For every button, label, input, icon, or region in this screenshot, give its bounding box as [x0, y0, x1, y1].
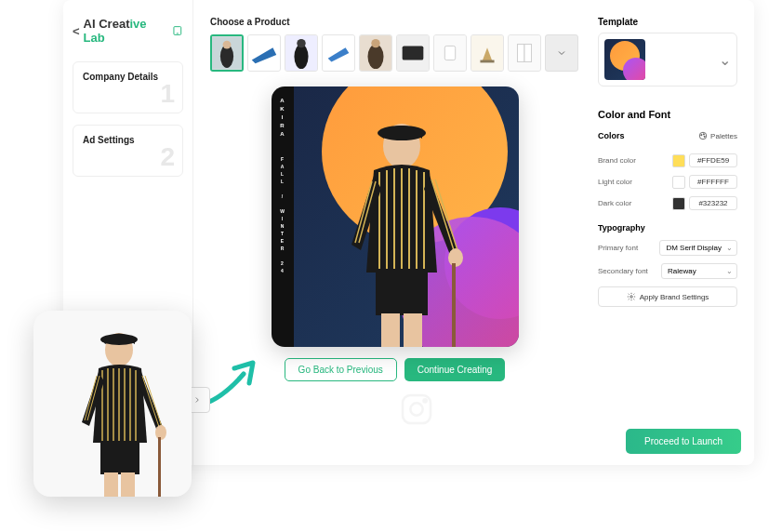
- light-color-swatch[interactable]: [672, 176, 685, 189]
- svg-rect-39: [100, 441, 139, 474]
- chevron-down-icon: ⌄: [726, 267, 733, 275]
- svg-point-38: [100, 334, 138, 345]
- product-thumb-3[interactable]: [285, 34, 318, 72]
- dark-color-value[interactable]: #323232: [689, 196, 737, 210]
- svg-point-31: [703, 134, 704, 135]
- preview-model-illustration: [312, 105, 480, 347]
- brand-color-row: Brand color #FFDE59: [598, 153, 737, 167]
- more-products-button[interactable]: [545, 34, 578, 72]
- spine-tagline: FALL / WINTER 24: [280, 156, 285, 275]
- main-area: Choose a Product AKIRA FALL / WINTER 2: [193, 0, 754, 465]
- product-thumb-8[interactable]: [471, 34, 504, 72]
- svg-rect-16: [444, 46, 455, 60]
- step-ad-settings[interactable]: Ad Settings 2: [73, 125, 183, 177]
- svg-point-30: [701, 135, 702, 136]
- choose-product-label: Choose a Product: [210, 17, 579, 27]
- palette-icon: [698, 131, 708, 140]
- svg-rect-14: [403, 46, 424, 60]
- svg-point-11: [368, 45, 384, 69]
- svg-rect-28: [404, 313, 422, 347]
- svg-rect-18: [480, 60, 494, 63]
- svg-point-36: [424, 399, 427, 402]
- product-thumb-9[interactable]: [508, 34, 541, 72]
- colors-label: Colors: [598, 131, 625, 140]
- template-selector[interactable]: ⌄: [598, 33, 737, 86]
- product-thumb-5[interactable]: [359, 34, 392, 72]
- template-thumb: [604, 39, 645, 80]
- primary-font-row: Primary font DM Serif Display⌄: [598, 240, 737, 256]
- go-back-button[interactable]: Go Back to Previous: [285, 358, 397, 381]
- color-font-title: Color and Font: [598, 109, 737, 120]
- svg-point-23: [378, 126, 426, 140]
- svg-rect-27: [381, 313, 400, 347]
- product-thumb-7[interactable]: [433, 34, 467, 72]
- product-strip: [210, 34, 579, 72]
- svg-rect-42: [104, 472, 118, 497]
- typography-label: Typography: [598, 223, 737, 233]
- palettes-button[interactable]: Palettes: [698, 131, 737, 140]
- tablet-icon: [172, 25, 183, 36]
- product-thumb-6[interactable]: [396, 34, 430, 72]
- svg-rect-20: [517, 45, 524, 62]
- apply-brand-button[interactable]: Apply Brand Settings: [598, 286, 737, 307]
- preview-card: AKIRA FALL / WINTER 24: [272, 86, 519, 347]
- svg-rect-43: [121, 472, 135, 497]
- svg-point-12: [371, 39, 379, 47]
- chevron-down-icon: ⌄: [719, 51, 731, 69]
- chevron-down-icon: ⌄: [726, 244, 733, 252]
- brand-header[interactable]: < AI Creative Lab: [73, 17, 183, 45]
- svg-point-29: [699, 132, 707, 140]
- product-thumb-4[interactable]: [322, 34, 355, 72]
- spine-brand: AKIRA: [280, 98, 285, 140]
- action-row: Go Back to Previous Continue Creating: [210, 358, 579, 381]
- product-thumb-1[interactable]: [210, 34, 244, 72]
- svg-rect-41: [158, 437, 161, 497]
- dark-color-row: Dark color #323232: [598, 196, 737, 210]
- svg-point-32: [704, 136, 705, 137]
- product-thumb-2[interactable]: [247, 34, 281, 72]
- svg-point-7: [294, 45, 308, 69]
- primary-font-select[interactable]: DM Serif Display⌄: [659, 240, 737, 256]
- continue-button[interactable]: Continue Creating: [404, 358, 506, 381]
- chevron-down-icon: [556, 47, 567, 59]
- chevron-right-icon: [192, 395, 202, 405]
- preview-spine: AKIRA FALL / WINTER 24: [272, 86, 294, 347]
- instagram-watermark-icon: [398, 391, 435, 428]
- proceed-to-launch-button[interactable]: Proceed to Launch: [626, 429, 741, 454]
- right-column: Template ⌄ Color and Font Colors Palette…: [598, 17, 737, 454]
- svg-point-33: [630, 296, 632, 299]
- step-company-details[interactable]: Company Details 1: [73, 61, 183, 113]
- template-label: Template: [598, 17, 737, 27]
- light-color-value[interactable]: #FFFFFF: [689, 175, 737, 189]
- gear-icon: [627, 292, 636, 301]
- center-column: Choose a Product AKIRA FALL / WINTER 2: [210, 17, 579, 454]
- preview-art: [294, 86, 519, 347]
- popout-card: [33, 311, 192, 497]
- svg-point-8: [297, 39, 305, 47]
- svg-rect-26: [452, 263, 456, 347]
- secondary-font-row: Secondary font Raleway⌄: [598, 263, 737, 279]
- secondary-font-select[interactable]: Raleway⌄: [661, 263, 737, 279]
- back-chevron-icon[interactable]: <: [73, 24, 80, 38]
- svg-point-4: [223, 41, 232, 49]
- dark-color-swatch[interactable]: [672, 197, 685, 210]
- svg-rect-21: [524, 45, 532, 62]
- brand-color-value[interactable]: #FFDE59: [689, 153, 737, 167]
- svg-point-35: [410, 403, 422, 415]
- light-color-row: Light color #FFFFFF: [598, 175, 737, 189]
- popout-model-illustration: [52, 320, 182, 497]
- brand-color-swatch[interactable]: [672, 154, 685, 167]
- svg-rect-24: [376, 269, 428, 315]
